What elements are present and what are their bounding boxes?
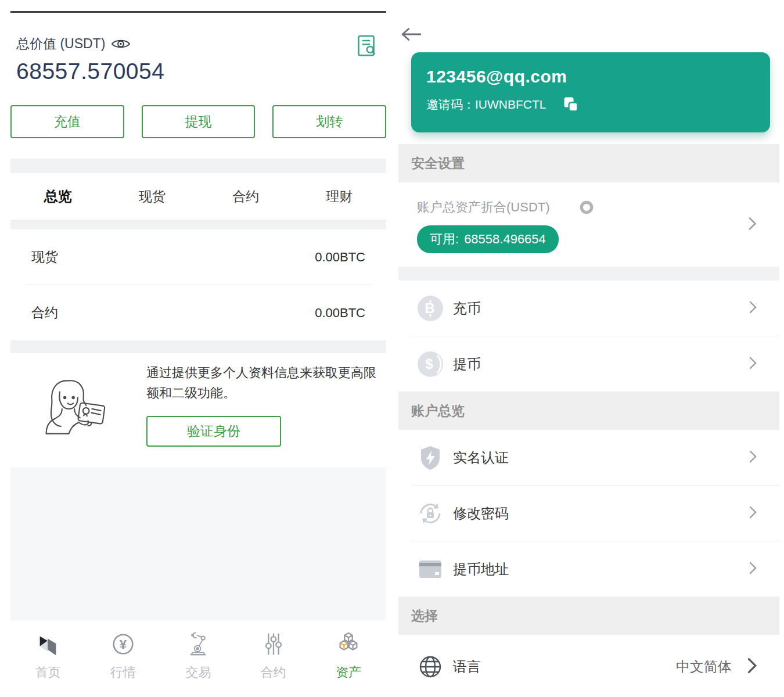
nav-label: 交易	[185, 664, 211, 681]
account-email: 123456@qq.com	[426, 67, 770, 87]
asset-tabs: 总览 现货 合约 理财	[10, 173, 386, 220]
wallet-header: 总价值 (USDT) 68557.570054	[10, 13, 386, 84]
tab-spot[interactable]: 现货	[139, 188, 166, 206]
empty-area	[10, 468, 386, 620]
nav-item-markets[interactable]: ¥ 行情	[96, 631, 150, 681]
asset-row-spot[interactable]: 现货 0.00BTC	[10, 229, 386, 285]
verify-identity-button[interactable]: 验证身份	[146, 416, 281, 447]
eye-icon[interactable]	[111, 37, 131, 51]
menu-item-label: 提币	[453, 355, 746, 373]
bottom-navigation: 首页 ¥ 行情	[10, 620, 386, 691]
section-header-security: 安全设置	[398, 144, 779, 182]
nav-label: 资产	[336, 664, 361, 681]
section-header-account: 账户总览	[398, 391, 779, 430]
copy-icon[interactable]	[562, 95, 580, 114]
kyc-banner: 通过提供更多个人资料信息来获取更高限额和二级功能。 验证身份	[10, 353, 386, 468]
available-balance-badge: 可用: 68558.496654	[417, 225, 559, 253]
assets-cubes-icon	[335, 631, 362, 660]
section-header-label: 选择	[411, 607, 438, 625]
trade-robot-icon	[185, 631, 211, 660]
tab-overview[interactable]: 总览	[44, 187, 72, 206]
menu-item-change-password[interactable]: 修改密码	[398, 486, 779, 541]
action-buttons: 充值 提现 划转	[10, 105, 386, 138]
nav-item-assets[interactable]: 资产	[322, 631, 375, 681]
asset-row-label: 合约	[31, 304, 58, 322]
menu-item-deposit-coin[interactable]: B 充币	[398, 281, 779, 336]
market-yen-icon: ¥	[110, 631, 136, 660]
nav-item-contract[interactable]: 合约	[247, 631, 300, 681]
tab-contract[interactable]: 合约	[232, 188, 259, 206]
visibility-toggle-icon[interactable]	[578, 199, 595, 216]
menu-item-identity-verification[interactable]: 实名认证	[398, 430, 779, 485]
profile-card: 123456@qq.com 邀请码： IUWNBFCTL	[411, 52, 770, 132]
nav-item-trade[interactable]: 交易	[171, 631, 225, 681]
chevron-right-icon	[743, 656, 760, 677]
menu-item-withdraw-address[interactable]: 提币地址	[398, 541, 779, 597]
home-icon	[35, 631, 62, 660]
asset-row-value: 0.00BTC	[315, 250, 365, 265]
contract-sliders-icon	[260, 631, 287, 660]
total-value-label: 总价值 (USDT)	[16, 35, 105, 53]
section-header-label: 安全设置	[411, 155, 465, 173]
wallet-overview-screen: 总价值 (USDT) 68557.570054 充值 提现 划转 总览 现货	[0, 0, 392, 697]
deposit-button[interactable]: 充值	[10, 105, 124, 138]
app-screenshot: 总价值 (USDT) 68557.570054 充值 提现 划转 总览 现货	[0, 0, 784, 697]
total-value-amount: 68557.570054	[16, 59, 382, 84]
chevron-right-icon	[745, 215, 760, 235]
menu-item-language[interactable]: 语言 中文简体	[398, 635, 779, 697]
language-value: 中文简体	[676, 658, 732, 676]
lock-refresh-icon	[416, 499, 445, 528]
menu-item-label: 提币地址	[453, 560, 746, 579]
svg-text:¥: ¥	[120, 637, 127, 651]
asset-row-label: 现货	[31, 248, 58, 266]
menu-item-label: 语言	[453, 658, 676, 676]
nav-label: 合约	[261, 664, 286, 681]
section-gap	[10, 159, 386, 173]
available-value: 68558.496654	[464, 232, 546, 247]
withdraw-coin-icon: $	[416, 350, 445, 379]
nav-label: 首页	[35, 664, 61, 681]
menu-item-withdraw-coin[interactable]: $ 提币	[398, 336, 779, 391]
deposit-coin-icon: B	[416, 294, 445, 323]
menu-item-label: 实名认证	[453, 448, 746, 467]
chevron-right-icon	[746, 299, 760, 318]
section-gap	[10, 220, 386, 229]
chevron-right-icon	[746, 448, 760, 467]
transfer-button[interactable]: 划转	[272, 105, 386, 138]
invite-code-label: 邀请码：	[426, 96, 475, 113]
account-settings-screen: 123456@qq.com 邀请码： IUWNBFCTL 安全设置 账户总资产折…	[398, 0, 779, 697]
total-assets-label: 账户总资产折合(USDT)	[417, 199, 550, 216]
menu-item-label: 充币	[453, 299, 746, 318]
tab-finance[interactable]: 理财	[326, 188, 353, 206]
asset-row-value: 0.00BTC	[315, 306, 365, 321]
shield-bolt-icon	[416, 443, 445, 472]
kyc-description: 通过提供更多个人资料信息来获取更高限额和二级功能。	[146, 362, 376, 403]
nav-label: 行情	[110, 664, 136, 681]
chevron-right-icon	[746, 560, 760, 579]
chevron-right-icon	[746, 355, 760, 373]
document-search-icon[interactable]	[356, 34, 377, 60]
withdraw-button[interactable]: 提现	[142, 105, 256, 138]
total-assets-row[interactable]: 账户总资产折合(USDT) 可用: 68558.496654	[398, 182, 779, 267]
section-gap	[10, 340, 386, 353]
wallet-icon	[416, 555, 445, 584]
person-holding-id-illustration	[39, 373, 116, 468]
globe-icon	[416, 652, 445, 681]
nav-item-home[interactable]: 首页	[21, 631, 75, 681]
asset-row-contract[interactable]: 合约 0.00BTC	[10, 285, 386, 340]
svg-text:$: $	[425, 356, 433, 372]
invite-code-value: IUWNBFCTL	[475, 98, 546, 112]
section-header-select: 选择	[398, 597, 779, 635]
section-gap	[398, 267, 779, 281]
section-header-label: 账户总览	[411, 402, 465, 420]
back-arrow-icon[interactable]	[401, 27, 422, 42]
menu-item-label: 修改密码	[453, 504, 746, 523]
available-label: 可用:	[430, 231, 459, 248]
chevron-right-icon	[746, 504, 760, 523]
